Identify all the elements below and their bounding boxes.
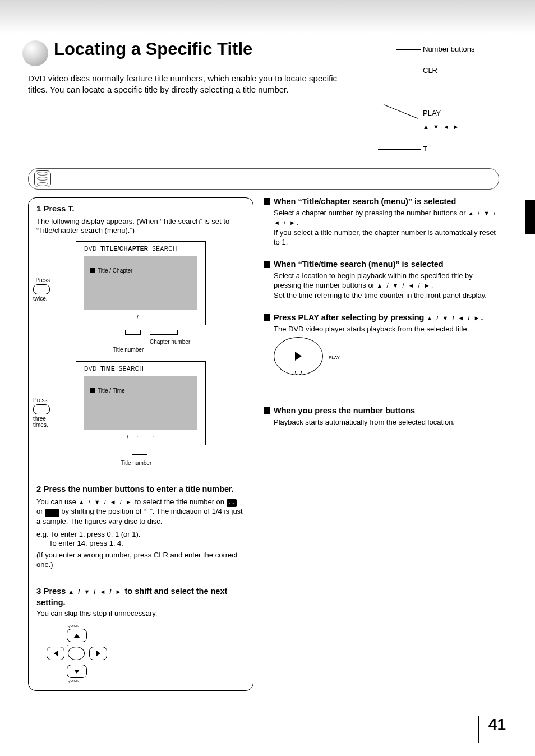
r4-sub: Playback starts automatically from the s… [274,417,497,427]
remote-diagram: Number buttons CLR ▲ ▼ ◄ ► PLAY T [353,38,522,156]
r3-sub: The DVD video player starts playback fro… [274,324,497,334]
page-number: 41 [488,716,506,734]
bullet-square-icon [264,198,270,205]
dpad-right-icon [89,647,107,660]
footer-rule [478,716,479,743]
pill-dashes-2: - - - [45,509,59,517]
section-bullet-sphere [22,40,48,66]
screen2-aside-press: Press [33,397,50,403]
screen1-aside-twice: twice. [33,296,50,302]
callout-play: PLAY [423,109,441,117]
callout-clr: CLR [423,66,437,75]
steps-column: 1 Press T. The following display appears… [28,197,253,691]
right-column: When “Title/chapter search (menu)” is se… [264,196,497,440]
dpad-center-icon [68,647,85,660]
screen1-aside-button-icon [33,284,50,294]
callout-t: T [423,145,427,153]
screen1-foot: _ _ / _ _ _ [76,314,205,320]
screen1-bracket-chapter: Chapter number [150,339,190,345]
step-2-heading: Press the number buttons to enter a titl… [44,485,234,494]
page-title: Locating a Specific Title [54,39,252,59]
r1-heading: When “Title/chapter search (menu)” is se… [274,197,456,206]
step-1-text: The following display appears. (When “Ti… [36,217,245,236]
play-button-icon [274,337,323,375]
screen2-aside-button-icon [33,404,50,414]
osd-bullet-icon [90,268,95,273]
step-2-example-a: e.g. To enter 1, press 0, 1 (or 1). [36,530,245,540]
screen2-line: Title / Time [98,388,125,394]
step-3-number: 3 [36,586,41,596]
dpad-left-icon: – [47,647,64,660]
screen2-aside-times: times. [33,422,48,428]
step-1-number: 1 [36,204,41,213]
screen2-aside-three: three [33,416,46,422]
section-edge-tab [525,200,535,234]
dpad-diagram: – QUICK QUICK – [43,626,110,680]
step-1-heading: Press T. [44,204,75,213]
r4-heading: When you press the number buttons [274,406,415,415]
step-2-note: (If you enter a wrong number, press CLR … [36,551,245,570]
dpad-up-icon [67,629,87,642]
screen2-foot: _ _ / _ : _ _ : _ _ [76,434,205,440]
screen1-frame: DVD TITLE/CHAPTER SEARCH Title / Chapter… [76,241,206,325]
dpad-down-icon [67,665,87,678]
top-gradient [0,0,535,34]
step-2-example-b: To enter 14, press 1, 4. [49,539,245,548]
screen1-bracket-title: Title number [113,347,144,353]
screen2-frame: DVD TIME SEARCH Title / Time _ _ / _ : _… [76,361,206,445]
play-label: PLAY [329,355,340,361]
screen2-bracket-title: Title number [121,460,151,466]
osd-bullet-icon [90,388,95,393]
bullet-square-icon [264,314,270,321]
callout-arrow-buttons: ▲ ▼ ◄ ► [423,123,460,130]
screen1-aside-press: Press [33,277,50,283]
bullet-square-icon [264,261,270,268]
step-3-text: You can skip this step if unnecessary. [36,609,245,619]
callout-number-buttons: Number buttons [423,45,475,53]
pill-dashes-1: - - [227,499,237,507]
bullet-square-icon [264,407,270,414]
step-2-number: 2 [36,484,41,494]
screen1-title-highlight: TITLE/CHAPTER [100,246,148,252]
disc-types-icon [34,170,51,187]
screen1-line: Title / Chapter [98,268,132,274]
r2-heading: When “Title/time search (menu)” is selec… [274,260,444,269]
disc-type-bar [28,168,499,190]
intro-paragraph: DVD video discs normally feature title n… [28,73,353,96]
screen2-title-highlight: TIME [100,366,115,372]
